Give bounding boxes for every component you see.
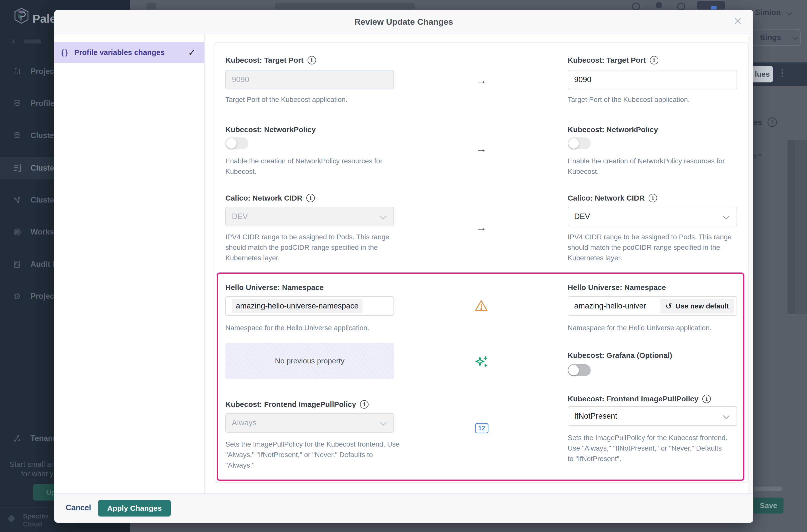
chevron-down-icon [380,419,387,426]
target-port-old-input: 9090 [225,70,394,90]
spectro-cloud-logo-icon: ◆ [7,512,15,524]
info-icon[interactable] [306,194,315,202]
field-help-old: Sets the ImagePullPolicy for the Kubecos… [225,439,400,471]
field-label-new: Hello Universe: Namespace [568,283,666,292]
chevron-down-icon [723,412,730,419]
topbar-fragment-icon [146,3,156,10]
modal-scrollbar[interactable] [748,34,753,493]
screen: Pale Project Profiles [0,0,807,532]
sparkles-icon [474,354,489,369]
arrow-right-icon: → [475,143,487,154]
chevron-down-icon [723,213,730,220]
network-cidr-new-select[interactable]: DEV [568,207,737,226]
toggle-knob [226,138,237,149]
use-new-default-button[interactable]: ↺ Use new default [660,299,734,314]
topbar-fragment-text [275,3,415,10]
field-help-new: Sets the ImagePullPolicy for the Kubecos… [568,433,728,464]
field-label-new: Kubecost: Target Port [568,56,658,64]
cluster-profiles-icon [12,130,23,141]
no-previous-property-box: No previous property [225,343,394,379]
chevron-down-icon [380,213,387,220]
field-label-new: Kubecost: Grafana (Optional) [568,351,672,360]
help-icon [677,2,685,11]
brand-name-bottom: Cloud [23,520,42,528]
audit-logs-icon [12,259,23,270]
network-policy-new-toggle[interactable] [568,137,590,149]
field-help-new: Target Port of the Kubecost application. [568,94,737,105]
promo-text-line1: Start small an [10,460,55,469]
breadcrumb-fragment [24,39,41,43]
field-help-old: IPV4 CIDR range to be assigned to Pods. … [225,232,390,263]
warning-icon [474,300,488,313]
info-icon[interactable] [650,56,658,64]
changes-container: Kubecost: Target Port 9090 Target Port o… [213,42,749,482]
modal-footer: Cancel Apply Changes [54,493,753,523]
workspaces-icon [12,227,23,238]
brand-name-top: Spectro [23,513,48,520]
field-label-old: Hello Universe: Namespace [225,283,324,292]
review-update-changes-modal: Review Update Changes × { } Profile vari… [54,10,753,522]
kebab-menu-icon [782,68,783,79]
info-icon[interactable] [360,400,369,408]
info-icon[interactable] [307,56,316,64]
clusters-icon [12,163,23,174]
settings-dropdown-button: ttings [750,29,801,46]
field-help-old: Enable the creation of NetworkPolicy res… [225,156,385,177]
check-icon: ✓ [188,47,196,58]
page-fragment-bar [754,487,782,491]
field-help-old: Namespace for the Hello Universe applica… [225,323,394,333]
info-icon[interactable] [649,194,657,202]
close-icon[interactable]: × [734,14,742,27]
network-cidr-old-select: DEV [225,207,394,226]
toggle-knob [568,365,579,375]
field-label-old: Kubecost: NetworkPolicy [225,126,316,134]
field-label-new: Kubecost: Frontend ImagePullPolicy [568,395,711,403]
target-port-new-input[interactable]: 9090 [568,70,737,90]
promo-text-line2: for what y [21,470,54,478]
modal-nav-pane: { } Profile variables changes ✓ [54,34,205,493]
namespace-old-input: amazing-hello-universe-namespace [225,296,394,316]
field-label-old: Kubecost: Frontend ImagePullPolicy [225,400,369,408]
chevron-down-icon [786,10,792,16]
question-icon: ? [768,117,777,127]
arrow-right-icon: → [475,222,487,233]
field-help-old: Target Port of the Kubecost application. [225,94,394,105]
search-icon [632,2,640,11]
field-label-new: Kubecost: NetworkPolicy [568,126,658,134]
grafana-toggle[interactable] [568,364,590,376]
gear-icon: ⚙ [12,291,23,302]
modal-title: Review Update Changes [355,17,453,27]
field-label-old: Kubecost: Target Port [225,56,316,64]
projects-icon [12,66,23,77]
image-pull-policy-new-select[interactable]: IfNotPresent [568,406,737,426]
cluster-groups-icon [12,194,23,206]
modal-header: Review Update Changes × [54,10,753,34]
notifications-bell-icon [656,2,662,8]
image-pull-policy-old-select: Always [225,413,394,433]
palette-logo-text: Pale [33,12,56,25]
avatar-accent [711,6,716,10]
scrollbar [788,140,795,314]
toggle-knob [568,138,579,149]
arrow-right-icon: → [475,74,487,86]
info-icon[interactable] [702,395,711,403]
field-help-new: IPV4 CIDR range to be assigned to Pods. … [568,232,733,263]
network-policy-old-toggle [225,137,248,149]
breadcrumb-fragment [12,39,15,43]
braces-icon: { } [61,49,68,57]
field-fragment: e * [753,152,761,159]
field-help-new: Enable the creation of NetworkPolicy res… [568,156,728,177]
values-tab: lues [752,66,773,82]
palette-logo-icon [14,7,29,25]
nav-item-label: Profile variables changes [74,48,165,57]
history-icon: ↺ [665,302,672,311]
cancel-button[interactable]: Cancel [66,503,91,512]
namespace-new-input[interactable]: amazing-hello-univer ↺ Use new default [568,296,737,316]
changed-text-highlight: amazing-hello-universe-namespace [232,299,362,313]
nav-item-profile-variables[interactable]: { } Profile variables changes ✓ [54,42,204,63]
value-count-badge: 12 [475,423,488,433]
tools-icon [12,433,23,444]
save-button: Save [753,497,784,514]
user-menu-name: Simion [755,8,781,17]
apply-changes-button[interactable]: Apply Changes [98,500,171,516]
